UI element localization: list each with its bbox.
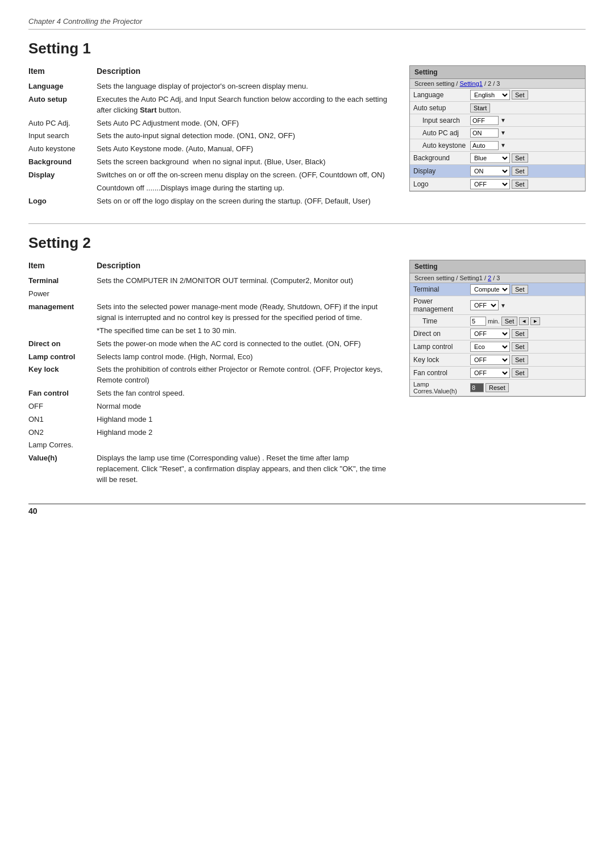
panel-value-time: min. Set ◄ ► xyxy=(470,317,582,326)
panel-select-powermgmt[interactable]: OFF xyxy=(470,300,499,310)
table-row: Background Sets the screen background wh… xyxy=(28,156,392,169)
item-desc-fan-off: Normal mode xyxy=(97,400,392,413)
panel-btn-autosetup-start[interactable]: Start xyxy=(470,103,490,113)
panel-btn-valueh-reset[interactable]: Reset xyxy=(486,383,509,392)
table-row: management Sets into the selected power … xyxy=(28,301,392,325)
item-desc-fancontrol: Sets the fan control speed. xyxy=(97,387,392,400)
panel-select-fancontrol[interactable]: OFF xyxy=(470,368,510,378)
panel-value-background: Blue Set xyxy=(470,153,582,163)
panel-label-autosetup: Auto setup xyxy=(413,104,470,112)
item-name-valueh: Value(h) xyxy=(28,454,57,462)
panel-label-time: Time xyxy=(413,317,470,325)
panel-row-powermgmt: Power management OFF ▼ xyxy=(410,296,585,315)
panel-label-autokeystone: Auto keystone xyxy=(413,142,470,149)
panel-select-keylock[interactable]: OFF xyxy=(470,355,510,365)
panel-select-directon[interactable]: OFF xyxy=(470,329,510,339)
item-desc-valueh: Displays the lamp use time (Correspondin… xyxy=(97,452,392,487)
item-name-background: Background xyxy=(28,157,72,166)
panel-unit-time: min. xyxy=(488,318,500,325)
panel-btn-time-set[interactable]: Set xyxy=(501,317,518,326)
item-name-fan-on2: ON2 xyxy=(28,428,44,437)
item-name-logo: Logo xyxy=(28,197,47,205)
setting1-table: Item Description Language Sets the langu… xyxy=(28,65,392,207)
table-row: Direct on Sets the power-on mode when th… xyxy=(28,338,392,351)
panel-value-lampcontrol: Eco Set xyxy=(470,342,582,352)
panel-row-autokeystone: Auto keystone ▼ xyxy=(410,139,585,152)
panel-label-keylock: Key lock xyxy=(413,356,470,364)
item-desc-management: Sets into the selected power manage-ment… xyxy=(97,301,392,325)
panel-label-background: Background xyxy=(413,154,470,162)
panel-label-language: Language xyxy=(413,91,470,99)
panel-label-powermgmt: Power management xyxy=(413,297,470,313)
item-desc-autosetup: Executes the Auto PC Adj, and Input Sear… xyxy=(97,93,392,117)
setting2-table-area: Item Description Terminal Sets the COMPU… xyxy=(28,260,392,486)
panel-input-inputsearch[interactable] xyxy=(470,116,499,125)
panel-label-fancontrol: Fan control xyxy=(413,369,470,377)
item-name-lampcorres: Lamp Corres. xyxy=(28,441,73,449)
setting2-panel-area: Setting Screen setting / Setting1 / 2 / … xyxy=(409,260,586,397)
table-row: Auto keystone Sets Auto Keystone mode. (… xyxy=(28,143,392,156)
panel-btn-directon-set[interactable]: Set xyxy=(512,329,528,338)
chapter-title: Chapter 4 Controlling the Projector xyxy=(28,17,142,26)
item-desc-display: Switches on or off the on-screen menu di… xyxy=(97,169,392,182)
panel-value-logo: OFF Set xyxy=(470,179,582,189)
subtitle-link-setting1[interactable]: Setting1 xyxy=(460,80,483,87)
panel-btn-keylock-set[interactable]: Set xyxy=(512,355,528,364)
table-row: Countdown off .......Displays image duri… xyxy=(28,182,392,195)
table-row: Fan control Sets the fan control speed. xyxy=(28,387,392,400)
page-number: 40 xyxy=(28,506,38,516)
panel-row-terminal: Terminal Computer2 Set xyxy=(410,283,585,296)
setting1-panel-title: Setting xyxy=(410,66,585,79)
panel-btn-background-set[interactable]: Set xyxy=(512,153,528,163)
panel-select-lampcontrol[interactable]: Eco xyxy=(470,342,510,352)
item-name-autopca: Auto PC Adj. xyxy=(28,119,70,127)
panel-select-background[interactable]: Blue xyxy=(470,153,510,163)
panel-select-language[interactable]: English xyxy=(470,90,510,100)
panel-label-autopcadj: Auto PC adj xyxy=(413,129,470,137)
panel-value-keylock: OFF Set xyxy=(470,355,582,365)
panel-arrow-inputsearch: ▼ xyxy=(500,117,506,123)
setting1-col-desc: Description xyxy=(97,65,392,80)
setting1-content: Item Description Language Sets the langu… xyxy=(28,65,586,207)
panel-label-logo: Logo xyxy=(413,180,470,188)
panel-select-logo[interactable]: OFF xyxy=(470,179,510,189)
setting1-panel: Setting Screen setting / Setting1 / 2 / … xyxy=(409,65,586,192)
panel-btn-fancontrol-set[interactable]: Set xyxy=(512,368,528,377)
table-row: Power xyxy=(28,288,392,301)
panel-arrow-autokeystone: ▼ xyxy=(500,142,506,148)
item-name-power: Power xyxy=(28,289,49,298)
panel-value-autosetup: Start xyxy=(470,103,582,113)
item-name-management: management xyxy=(28,302,74,311)
setting2-panel-title: Setting xyxy=(410,260,585,273)
item-desc-power xyxy=(97,288,392,301)
panel-label-directon: Direct on xyxy=(413,330,470,338)
setting1-panel-area: Setting Screen setting / Setting1 / 2 / … xyxy=(409,65,586,192)
table-row: Auto setup Executes the Auto PC Adj, and… xyxy=(28,93,392,117)
panel-input-autokeystone[interactable] xyxy=(470,141,499,150)
item-desc-lampcorres xyxy=(97,439,392,452)
panel-btn-logo-set[interactable]: Set xyxy=(512,180,528,189)
panel-btn-terminal-set[interactable]: Set xyxy=(512,285,528,294)
item-desc-lampcontrol: Selects lamp control mode. (High, Normal… xyxy=(97,351,392,364)
item-desc-language: Sets the language display of projector's… xyxy=(97,80,392,93)
chapter-header: Chapter 4 Controlling the Projector xyxy=(28,17,586,30)
panel-btn-time-dec[interactable]: ◄ xyxy=(519,317,529,325)
item-desc-logo: Sets on or off the logo display on the s… xyxy=(97,195,392,208)
table-row: Logo Sets on or off the logo display on … xyxy=(28,195,392,208)
panel-btn-time-inc[interactable]: ► xyxy=(530,317,540,325)
item-name-language: Language xyxy=(28,82,63,90)
panel-select-display[interactable]: ON xyxy=(470,166,510,176)
table-row: ON1 Highland mode 1 xyxy=(28,413,392,426)
panel-input-time[interactable] xyxy=(470,317,486,326)
panel-select-terminal[interactable]: Computer2 xyxy=(470,284,510,294)
table-row: Lamp Corres. xyxy=(28,439,392,452)
panel-btn-lampcontrol-set[interactable]: Set xyxy=(512,342,528,351)
panel-btn-language-set[interactable]: Set xyxy=(512,90,528,99)
subtitle-link-2[interactable]: 2 xyxy=(488,275,491,281)
panel-btn-display-set[interactable]: Set xyxy=(512,167,528,176)
panel-row-autosetup: Auto setup Start xyxy=(410,102,585,114)
panel-input-valueh[interactable] xyxy=(470,383,484,392)
panel-value-autokeystone: ▼ xyxy=(470,141,582,150)
panel-input-autopcadj[interactable] xyxy=(470,128,499,138)
table-row: Terminal Sets the COMPUTER IN 2/MONITOR … xyxy=(28,275,392,288)
